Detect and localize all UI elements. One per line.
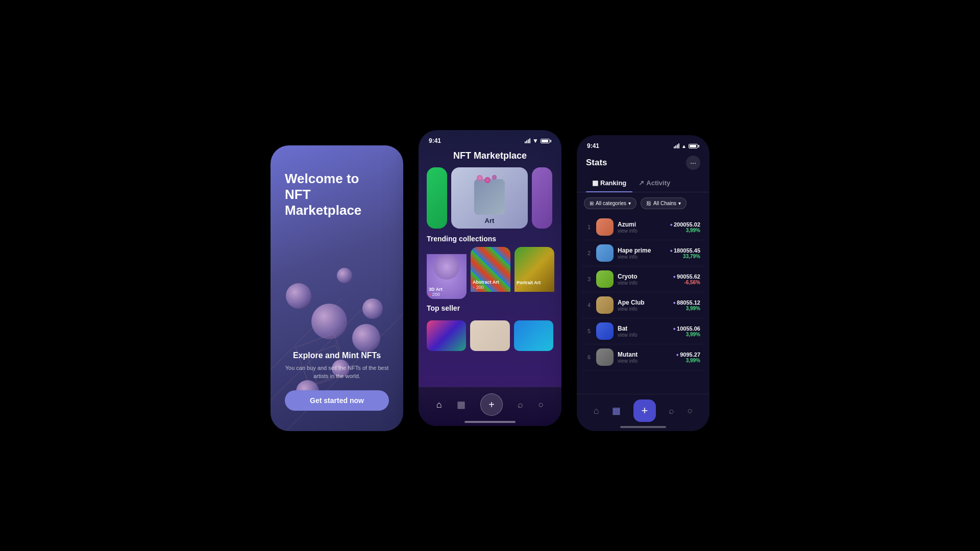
- rank-num-2: 2: [586, 250, 592, 256]
- phone2-home-indicator: [464, 421, 516, 423]
- phone2-nav-home-icon[interactable]: ⌂: [436, 399, 442, 410]
- rank-view-cryoto[interactable]: view info: [618, 280, 669, 286]
- trending-grid: 3D Art ♥ 200 Abstract Art ♥: [419, 247, 561, 299]
- heart-icon-2: ♥: [473, 285, 475, 290]
- hero-card-left: [427, 167, 447, 229]
- rank-info-mutant: Mutant view info: [618, 351, 672, 364]
- explore-description: You can buy and sell the NFTs of the bes…: [285, 364, 389, 380]
- phone2-nav-chart-icon[interactable]: ▦: [457, 399, 465, 410]
- stats-title: Stats: [586, 158, 607, 168]
- rank-change-cryoto: -6,56%: [673, 280, 700, 285]
- filter-chains[interactable]: ⛓ All Chains ▾: [641, 197, 687, 209]
- trending-card-abstract-art[interactable]: Abstract Art ♥ 200: [471, 247, 510, 299]
- signal-bar-3: [528, 139, 529, 143]
- rank-item-3: 3 Cryoto view info ⬥ 90055.62 -6,56%: [582, 266, 704, 292]
- phone2-nav-profile-icon[interactable]: ○: [538, 399, 544, 410]
- phone3-stats: 9:41 ▲ Stats ···: [577, 135, 709, 431]
- rank-value-bat: ⬥ 10055.06 3,99%: [673, 325, 700, 337]
- phone1-welcome: Welcome to NFT Marketplace Explore and M…: [271, 145, 403, 431]
- phone3-nav-search-icon[interactable]: ⌕: [669, 406, 674, 416]
- rank-item-2: 2 Hape prime view info ⬥ 180055.45 33,79…: [582, 240, 704, 266]
- trending-label-3d-art: 3D Art ♥ 200: [429, 287, 464, 297]
- rank-value-cryoto: ⬥ 90055.62 -6,56%: [673, 273, 700, 285]
- trending-card-3d-art[interactable]: 3D Art ♥ 200: [427, 247, 467, 299]
- signal-bar-1: [525, 141, 526, 143]
- tab-activity[interactable]: ↗ Activity: [632, 175, 676, 192]
- filter-categories[interactable]: ⊞ All categories ▾: [584, 197, 636, 209]
- rank-num-5: 5: [586, 328, 592, 334]
- rank-price-bat: ⬥ 10055.06: [673, 325, 700, 332]
- rank-price-cryoto-val: 90055.62: [677, 273, 700, 280]
- tab-ranking-label: Ranking: [600, 179, 626, 187]
- signal-bar-2: [526, 140, 527, 143]
- phone3-signal-bar-4: [678, 143, 679, 148]
- phone3-wifi-icon: ▲: [681, 143, 687, 149]
- rank-change-ape: 3,99%: [673, 306, 700, 311]
- phone3-nav-plus-button[interactable]: +: [633, 399, 656, 422]
- phone1-content: Welcome to NFT Marketplace: [271, 145, 403, 316]
- phone1-bottom: Explore and Mint NFTs You can buy and se…: [285, 351, 389, 411]
- eth-icon-3: ⬥: [673, 273, 676, 279]
- trending-card-abstract-inner: Abstract Art ♥ 200: [471, 247, 510, 292]
- trending-likes-abstract: ♥ 200: [473, 285, 508, 290]
- rank-change-mutant: 3,99%: [676, 358, 700, 363]
- rank-name-azumi: Azumi: [618, 221, 666, 228]
- rank-view-bat[interactable]: view info: [618, 332, 669, 338]
- rank-num-1: 1: [586, 224, 592, 230]
- battery-icon: [541, 139, 551, 143]
- ranking-list: 1 Azumi view info ⬥ 200055.02 3,99% 2: [577, 214, 709, 370]
- trending-card-portrait-art[interactable]: Portrait Art ♥: [514, 247, 554, 299]
- trending-label-portrait: Portrait Art ♥: [517, 280, 552, 290]
- seller-img-2[interactable]: [470, 320, 509, 351]
- phone3-battery-icon: [689, 144, 699, 148]
- flower-1: [477, 175, 483, 181]
- heart-icon-1: ♥: [429, 292, 431, 297]
- rank-change-azumi: 3,99%: [670, 228, 700, 233]
- trending-name-abstract: Abstract Art: [473, 280, 508, 285]
- avatar-azumi: [596, 218, 614, 236]
- trending-likes-portrait: ♥: [517, 285, 552, 290]
- heart-icon-3: ♥: [517, 285, 519, 290]
- rank-item-6: 6 Mutant view info ⬥ 9095.27 3,99%: [582, 344, 704, 370]
- phone2-navigation: ⌂ ▦ + ⌕ ○: [419, 387, 561, 426]
- phone3-status-icons: ▲: [674, 143, 699, 149]
- trending-name-3d-art: 3D Art: [429, 287, 464, 292]
- rank-view-ape[interactable]: view info: [618, 306, 669, 312]
- hero-card-right: [532, 167, 552, 229]
- seller-img-3[interactable]: [514, 320, 553, 351]
- filter-categories-label: All categories: [596, 201, 626, 206]
- phone3-header: Stats ···: [577, 154, 709, 175]
- rank-item-1: 1 Azumi view info ⬥ 200055.02 3,99%: [582, 214, 704, 240]
- phone2-nav-plus-button[interactable]: +: [480, 393, 503, 416]
- phone3-nav-home-icon[interactable]: ⌂: [594, 406, 599, 416]
- get-started-button[interactable]: Get started now: [285, 390, 389, 411]
- phone3-nav-chart-icon[interactable]: ▦: [612, 405, 621, 416]
- phone3-nav-profile-icon[interactable]: ○: [688, 406, 693, 416]
- chevron-down-icon-categories: ▾: [628, 201, 631, 206]
- signal-bar-4: [529, 138, 530, 143]
- hero-slider[interactable]: Art: [419, 167, 561, 229]
- top-seller-title: Top seller: [427, 304, 553, 316]
- rose-deco: [434, 254, 459, 280]
- rank-price-azumi-val: 200055.02: [674, 221, 700, 228]
- flower-3: [492, 175, 497, 180]
- rank-price-cryoto: ⬥ 90055.62: [673, 273, 700, 280]
- phone2-nav-search-icon[interactable]: ⌕: [518, 399, 523, 410]
- rank-view-azumi[interactable]: view info: [618, 228, 666, 234]
- trending-card-portrait-inner: Portrait Art ♥: [514, 247, 554, 292]
- rank-view-mutant[interactable]: view info: [618, 358, 672, 364]
- seller-img-1[interactable]: [427, 320, 466, 351]
- tab-ranking[interactable]: ▦ Ranking: [586, 175, 632, 192]
- rank-info-cryoto: Cryoto view info: [618, 273, 669, 286]
- phone3-status-bar: 9:41 ▲: [577, 135, 709, 154]
- rank-num-3: 3: [586, 276, 592, 282]
- rank-info-ape: Ape Club view info: [618, 299, 669, 312]
- status-icons: ▼: [525, 137, 551, 144]
- stats-tabs: ▦ Ranking ↗ Activity: [577, 175, 709, 192]
- more-options-button[interactable]: ···: [686, 156, 700, 170]
- filter-row: ⊞ All categories ▾ ⛓ All Chains ▾: [577, 197, 709, 214]
- hero-card-main[interactable]: Art: [451, 167, 528, 229]
- rank-value-mutant: ⬥ 9095.27 3,99%: [676, 352, 700, 363]
- rank-price-azumi: ⬥ 200055.02: [670, 221, 700, 228]
- rank-view-hape[interactable]: view info: [618, 254, 666, 260]
